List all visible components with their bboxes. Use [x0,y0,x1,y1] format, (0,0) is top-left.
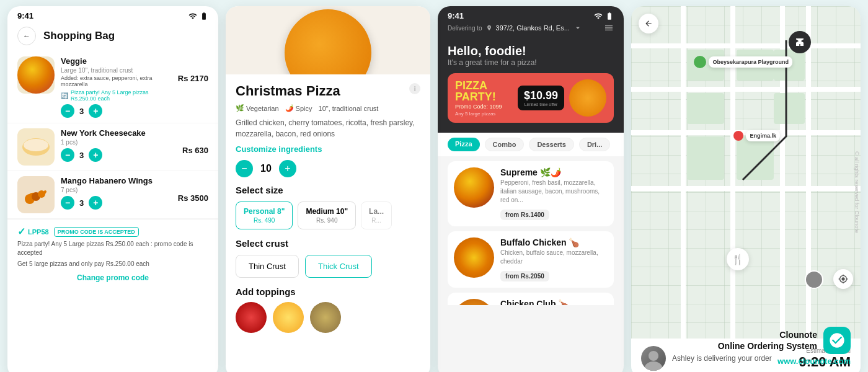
item-info: Mango Habanero Wings 7 pcs) − 3 + [61,176,172,210]
select-size-label: Select size [236,185,420,195]
panel-header: ← Shopping Bag [7,23,218,51]
pizza-description: Grilled chicken, cherry tomatoes, ricott… [236,117,420,140]
promo-row: ✓ LPP58 PROMO CODE IS ACCEPTED [17,226,208,237]
promo-pizza-image [569,79,606,117]
item-info: Veggie Large 10", traditional crust Adde… [61,56,172,118]
vegetarian-tag: 🌿 Vegetarian [236,104,279,112]
cart-item: Veggie Large 10", traditional crust Adde… [7,51,218,123]
promo-price-box: $10.99 Limited time offer [518,86,564,110]
change-promo-button[interactable]: Change promo code [17,271,208,282]
size-option-large[interactable]: La... R... [361,202,392,229]
decrease-qty-button[interactable]: − [61,148,74,162]
item-subtitle: Large 10", traditional crust [61,67,172,74]
item-additions: Added: extra sauce, pepperoni, extra moz… [61,75,172,87]
map-panel: Obeysekarapura Playground Engima.lk 🍴 As… [631,6,861,372]
svg-point-8 [645,361,662,371]
promo-code: ✓ LPP58 [17,226,49,237]
engima-pin: Engima.lk [733,130,780,141]
menu-item-name: Supreme 🌿🌶️ [500,167,608,177]
item-name: Veggie [61,56,172,66]
greeting-subtitle: It's a great time for a pizza! [448,58,614,67]
customize-link[interactable]: Customize ingredients [236,144,420,154]
increase-qty-button[interactable]: + [89,196,102,210]
menu-item-info: Supreme 🌿🌶️ Pepperoni, fresh basil, mozz… [500,167,608,220]
promo-status: PROMO CODE IS ACCEPTED [54,227,139,237]
qty-row: − 10 + [236,160,420,177]
topping-images [236,302,420,333]
time-display: 9:41 [17,11,33,20]
pizza-title: Christmas Pizza [236,83,340,99]
item-price: Rs 3500 [178,193,208,203]
brand-url[interactable]: www.clounote.com [777,356,851,366]
category-desserts[interactable]: Desserts [529,138,574,151]
increase-qty-button[interactable]: + [279,160,296,177]
decrease-qty-button[interactable]: − [61,196,74,210]
engima-label: Engima.lk [746,130,780,141]
menu-item[interactable]: Chicken Club 🍗 Grilled chicken, cherry..… [448,293,614,305]
svg-point-7 [649,351,658,361]
time-display: 9:41 [448,11,464,20]
red-pin-icon [733,131,743,141]
item-promo-tag: 🔄 Pizza party! Any 5 Large pizzas Rs.250… [61,89,172,102]
topping-sauce[interactable] [236,302,267,333]
size-tag: 10", traditional crust [319,105,379,112]
thick-crust-option[interactable]: Thick Crust [305,255,372,278]
quantity-control: − 3 + [61,196,172,210]
category-combo[interactable]: Combo [485,138,525,151]
select-crust-label: Select crust [236,238,420,249]
increase-qty-button[interactable]: + [89,104,102,118]
quantity-control: − 3 + [61,148,176,162]
size-option-medium[interactable]: Medium 10" Rs. 940 [298,202,356,229]
categories-bar: Pizza Combo Desserts Dri... [438,133,624,156]
pizza-detail-panel: Christmas Pizza i 🌿 Vegetarian 🌶️ Spicy … [226,6,430,372]
menu-item[interactable]: Buffalo Chicken 🍗 Chicken, buffalo sauce… [448,231,614,288]
item-price: Rs 2170 [178,74,208,83]
category-drinks[interactable]: Dri... [579,138,610,151]
pizza-detail-content: Christmas Pizza i 🌿 Vegetarian 🌶️ Spicy … [226,74,430,372]
playground-label: Obeysekarapura Playground [709,56,792,68]
phone-status-bar: 9:41 [438,6,624,20]
toppings-section: Add toppings [236,286,420,333]
size-option-personal[interactable]: Personal 8" Rs. 490 [236,202,293,229]
menu-item-image [454,237,494,278]
quantity-display: 3 [79,107,84,116]
promo-offer-label: Limited time offer [524,102,558,107]
item-subtitle: 1 pcs) [61,139,176,146]
promo-code-text: Promo Code: 1099 [455,104,513,110]
promo-price: $10.99 [524,89,558,102]
delivery-bar: Delivering to 397/2, Glankos Rd, Es... [438,20,624,38]
category-pizza[interactable]: Pizza [448,138,480,151]
location-button[interactable] [833,269,853,289]
decrease-qty-button[interactable]: − [236,160,253,177]
thin-crust-option[interactable]: Thin Crust [236,255,299,278]
topping-mushroom[interactable] [310,302,341,333]
playground-pin: Obeysekarapura Playground [694,56,792,68]
item-image [17,56,55,94]
greeting-text: Hello, foodie! [448,44,614,58]
status-icons [188,12,208,20]
green-pin-icon [694,56,706,68]
menu-item-price: from Rs.1400 [500,210,549,220]
size-options: Personal 8" Rs. 490 Medium 10" Rs. 940 L… [236,202,420,229]
pizza-hero-image [226,6,430,74]
menu-item-info: Chicken Club 🍗 Grilled chicken, cherry..… [500,299,608,305]
menu-item[interactable]: Supreme 🌿🌶️ Pepperoni, fresh basil, mozz… [448,161,614,226]
decrease-qty-button[interactable]: − [61,104,74,118]
promo-section: ✓ LPP58 PROMO CODE IS ACCEPTED Pizza par… [7,219,218,288]
svg-point-5 [812,275,819,283]
promo-banner[interactable]: PIZZA PARTY! Promo Code: 1099 Any 5 larg… [448,73,614,123]
delivering-to-label: Delivering to [448,25,482,32]
topping-pineapple[interactable] [273,302,304,333]
shopping-bag-panel: 9:41 ← Shopping Bag Veggie Large 10", tr… [7,6,218,372]
item-name: New York Cheesecake [61,128,176,138]
map-back-button[interactable] [639,14,658,33]
store-pin [789,31,811,53]
restaurant-icon: 🍴 [727,248,749,270]
spicy-tag: 🌶️ Spicy [285,104,312,112]
info-icon[interactable]: i [409,83,420,94]
menu-item-name: Buffalo Chicken 🍗 [500,237,608,247]
increase-qty-button[interactable]: + [89,148,102,162]
back-button[interactable]: ← [17,27,36,45]
menu-item-image [454,167,494,208]
status-bar: 9:41 [7,6,218,23]
